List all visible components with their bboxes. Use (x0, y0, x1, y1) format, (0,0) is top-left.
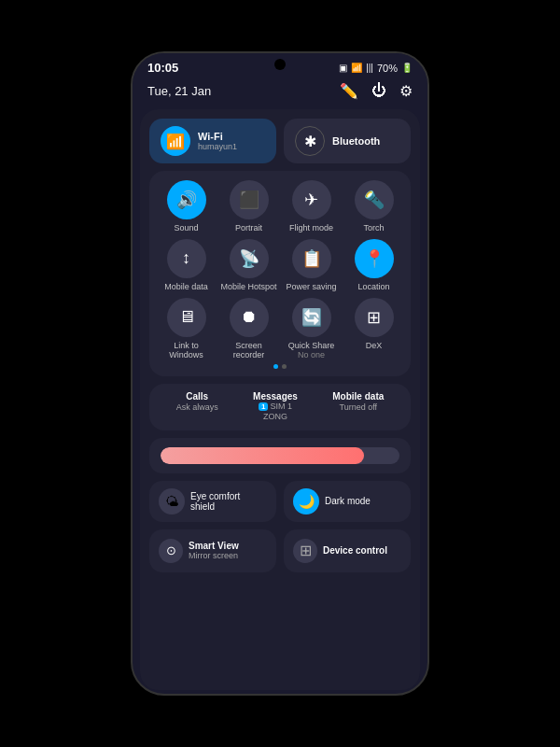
toggle-quick-share[interactable]: 🔄 Quick ShareNo one (282, 298, 341, 361)
toggle-location[interactable]: 📍 Location (344, 239, 403, 292)
torch-icon: 🔦 (355, 180, 394, 219)
dex-label: DeX (366, 341, 383, 351)
dex-icon: ⊞ (355, 298, 394, 337)
link-windows-label: Link to Windows (157, 341, 216, 361)
wifi-label: Wi-Fi (198, 131, 237, 142)
brightness-section[interactable] (149, 438, 411, 473)
sim-number: 1 (259, 402, 268, 411)
date-display: Tue, 21 Jan (147, 84, 211, 98)
phone-frame: 10:05 ▣ 📶 ||| 70% 🔋 Tue, 21 Jan ✏️ ⏻ ⚙ 📶… (131, 51, 429, 696)
edit-icon[interactable]: ✏️ (340, 82, 358, 100)
settings-icon[interactable]: ⚙ (399, 82, 413, 100)
dot-2 (282, 364, 287, 369)
quick-share-label: Quick ShareNo one (288, 341, 335, 361)
mobile-data-label: Mobile data (164, 282, 208, 292)
toggles-grid: 🔊 Sound ⬛ Portrait ✈ Flight mode 🔦 Torch… (157, 180, 403, 360)
toggles-section: 🔊 Sound ⬛ Portrait ✈ Flight mode 🔦 Torch… (149, 171, 411, 376)
toggle-screen-recorder[interactable]: ⏺ Screen recorder (219, 298, 278, 361)
sim-calls[interactable]: Calls Ask always (176, 391, 218, 423)
sim-mobile-data[interactable]: Mobile data Turned off (332, 391, 384, 423)
sim-mobile-data-title: Mobile data (332, 391, 384, 402)
mobile-data-icon: ↕️ (167, 239, 206, 278)
toggle-link-windows[interactable]: 🖥 Link to Windows (157, 298, 216, 361)
wifi-info: Wi-Fi humayun1 (198, 131, 237, 151)
dark-mode-label: Dark mode (325, 496, 371, 506)
quick-panel: 📶 Wi-Fi humayun1 ✱ Bluetooth 🔊 Sound (140, 109, 420, 690)
toggle-mobile-data[interactable]: ↕️ Mobile data (157, 239, 216, 292)
bluetooth-info: Bluetooth (332, 135, 380, 147)
sim-network: ZONG (263, 411, 287, 423)
sim-calls-sub: Ask always (176, 402, 218, 414)
quick-share-icon: 🔄 (292, 298, 331, 337)
toggle-dex[interactable]: ⊞ DeX (344, 298, 403, 361)
page-dots (157, 360, 403, 371)
power-saving-icon: 📋 (292, 239, 331, 278)
screen-recorder-icon: ⏺ (230, 298, 269, 337)
wifi-network: humayun1 (198, 142, 237, 151)
camera-notch (274, 59, 286, 70)
smart-view-icon: ⊙ (159, 539, 183, 563)
battery-icon: 🔋 (401, 63, 413, 73)
toggle-portrait[interactable]: ⬛ Portrait (219, 180, 278, 233)
link-windows-icon: 🖥 (167, 298, 206, 337)
wifi-tile[interactable]: 📶 Wi-Fi humayun1 (149, 119, 276, 163)
toggle-hotspot[interactable]: 📡 Mobile Hotspot (219, 239, 278, 292)
screen-recorder-label: Screen recorder (219, 341, 278, 361)
device-control-title: Device control (323, 545, 387, 556)
status-time: 10:05 (147, 61, 178, 75)
sim-messages-title: Messages (253, 391, 298, 402)
sim-messages[interactable]: Messages 1 SIM 1 ZONG (253, 391, 298, 423)
dark-mode-tile[interactable]: 🌙 Dark mode (284, 481, 411, 522)
quick-controls-header: Tue, 21 Jan ✏️ ⏻ ⚙ (133, 78, 427, 106)
eye-comfort-label: Eye comfort shield (190, 491, 267, 512)
dark-mode-icon: 🌙 (293, 488, 319, 514)
portrait-label: Portrait (235, 223, 262, 233)
hotspot-icon: 📡 (230, 239, 269, 278)
bluetooth-icon: ✱ (295, 126, 325, 156)
brightness-fill (161, 447, 364, 464)
connectivity-row: 📶 Wi-Fi humayun1 ✱ Bluetooth (149, 119, 411, 163)
device-control-icon: ⊞ (293, 539, 317, 563)
power-icon[interactable]: ⏻ (371, 82, 386, 100)
location-label: Location (357, 282, 389, 292)
hotspot-label: Mobile Hotspot (220, 282, 276, 292)
toggle-power-saving[interactable]: 📋 Power saving (282, 239, 341, 292)
sim-1-label: SIM 1 (270, 402, 292, 411)
sim-icon: ▣ (339, 63, 347, 73)
sim-section: Calls Ask always Messages 1 SIM 1 ZONG M… (149, 384, 411, 430)
location-icon: 📍 (355, 239, 394, 278)
dot-1 (273, 364, 278, 369)
torch-label: Torch (363, 223, 384, 233)
smart-view-tile[interactable]: ⊙ Smart View Mirror screen (149, 529, 276, 572)
wifi-icon: 📶 (161, 126, 190, 156)
power-saving-label: Power saving (286, 282, 336, 292)
flight-icon: ✈ (292, 180, 331, 219)
eye-comfort-icon: 🌤 (159, 488, 185, 514)
toggle-sound[interactable]: 🔊 Sound (157, 180, 216, 233)
sound-icon: 🔊 (167, 180, 206, 219)
comfort-row: 🌤 Eye comfort shield 🌙 Dark mode (149, 481, 411, 522)
sim-mobile-data-sub: Turned off (340, 402, 378, 414)
eye-comfort-tile[interactable]: 🌤 Eye comfort shield (149, 481, 276, 522)
flight-label: Flight mode (289, 223, 333, 233)
signal-icon: ||| (366, 63, 373, 73)
portrait-icon: ⬛ (230, 180, 269, 219)
sim-calls-title: Calls (186, 391, 208, 402)
smart-view-sub: Mirror screen (189, 551, 239, 560)
smart-view-title: Smart View (189, 541, 239, 551)
sound-label: Sound (174, 223, 198, 233)
device-control-info: Device control (323, 545, 387, 556)
toggle-flight[interactable]: ✈ Flight mode (282, 180, 341, 233)
bottom-row: ⊙ Smart View Mirror screen ⊞ Device cont… (149, 529, 411, 572)
toggle-torch[interactable]: 🔦 Torch (344, 180, 403, 233)
sim-messages-badge: 1 SIM 1 (259, 402, 292, 411)
header-action-icons: ✏️ ⏻ ⚙ (340, 82, 413, 100)
device-control-tile[interactable]: ⊞ Device control (284, 529, 411, 572)
brightness-bar[interactable] (161, 447, 399, 464)
smart-view-info: Smart View Mirror screen (189, 541, 239, 560)
status-icons: ▣ 📶 ||| 70% 🔋 (339, 63, 413, 74)
bluetooth-tile[interactable]: ✱ Bluetooth (284, 119, 411, 163)
bluetooth-label: Bluetooth (332, 135, 380, 147)
battery-text: 70% (377, 63, 398, 74)
wifi-status-icon: 📶 (351, 63, 362, 73)
